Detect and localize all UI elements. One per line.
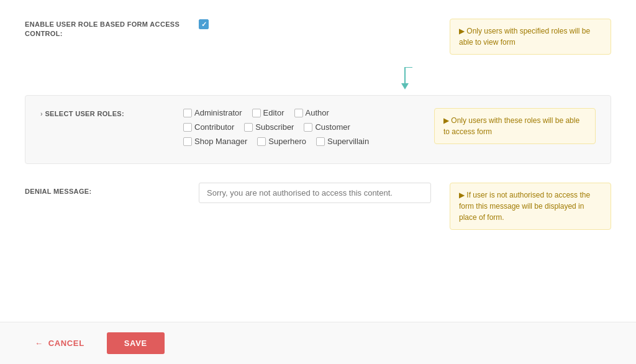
role-item-administrator: Administrator — [183, 108, 242, 117]
footer: ← CANCEL SAVE — [0, 322, 636, 364]
cancel-arrow-icon: ← — [35, 339, 43, 348]
denial-hint: ▶ If user is not authorised to access th… — [450, 183, 611, 230]
role-label-administrator: Administrator — [194, 108, 242, 117]
role-checkbox-shopmanager[interactable] — [183, 137, 192, 146]
roles-hint: ▶ Only users with these roles will be ab… — [434, 108, 596, 144]
role-item-subscriber: Subscriber — [244, 122, 294, 132]
role-item-shopmanager: Shop Manager — [183, 137, 247, 146]
enable-role-hint: ▶ Only users with specified roles will b… — [450, 19, 611, 55]
enable-role-control — [199, 19, 450, 29]
role-checkbox-editor[interactable] — [252, 109, 261, 117]
role-label-supervillain: Supervillain — [327, 137, 369, 146]
roles-checkboxes-row-2: Contributor Subscriber Customer — [183, 122, 409, 132]
role-item-contributor: Contributor — [183, 122, 234, 132]
role-label-superhero: Superhero — [268, 137, 306, 146]
enable-role-label: ENABLE USER ROLE BASED FORM ACCESS CONTR… — [25, 19, 199, 39]
role-item-author: Author — [294, 108, 329, 117]
role-item-supervillain: Supervillain — [316, 137, 369, 146]
roles-container: SELECT USER ROLES: Administrator Editor … — [25, 95, 611, 164]
roles-label: SELECT USER ROLES: — [40, 108, 183, 117]
cancel-label: CANCEL — [48, 339, 84, 348]
arrow-connector — [199, 67, 611, 95]
role-item-customer: Customer — [304, 122, 350, 132]
role-checkbox-superhero[interactable] — [257, 137, 266, 146]
role-checkbox-supervillain[interactable] — [316, 137, 325, 146]
roles-checkboxes: Administrator Editor Author Cont — [183, 108, 409, 151]
role-checkbox-subscriber[interactable] — [244, 123, 253, 132]
svg-marker-1 — [401, 83, 409, 89]
role-label-customer: Customer — [315, 122, 350, 132]
role-item-superhero: Superhero — [257, 137, 306, 146]
denial-message-input[interactable] — [199, 183, 431, 203]
role-checkbox-author[interactable] — [294, 109, 303, 117]
denial-message-row: DENIAL MESSAGE: ▶ If user is not authori… — [25, 183, 611, 230]
main-content: ENABLE USER ROLE BASED FORM ACCESS CONTR… — [0, 0, 636, 322]
down-arrow-icon — [398, 67, 412, 92]
roles-checkboxes-row-3: Shop Manager Superhero Supervillain — [183, 137, 409, 146]
denial-message-label: DENIAL MESSAGE: — [25, 183, 199, 195]
role-label-contributor: Contributor — [194, 122, 234, 132]
role-checkbox-administrator[interactable] — [183, 109, 192, 117]
role-label-subscriber: Subscriber — [255, 122, 294, 132]
roles-checkboxes-row-1: Administrator Editor Author — [183, 108, 409, 117]
role-label-editor: Editor — [263, 108, 284, 117]
enable-role-checkbox[interactable] — [199, 19, 209, 29]
role-checkbox-customer[interactable] — [304, 123, 312, 132]
role-item-editor: Editor — [252, 108, 284, 117]
roles-row: SELECT USER ROLES: Administrator Editor … — [40, 108, 596, 151]
enable-role-row: ENABLE USER ROLE BASED FORM ACCESS CONTR… — [25, 19, 611, 55]
save-button[interactable]: SAVE — [107, 332, 165, 354]
role-checkbox-contributor[interactable] — [183, 123, 192, 132]
cancel-button[interactable]: ← CANCEL — [25, 332, 94, 354]
role-label-shopmanager: Shop Manager — [194, 137, 247, 146]
role-label-author: Author — [306, 108, 329, 117]
